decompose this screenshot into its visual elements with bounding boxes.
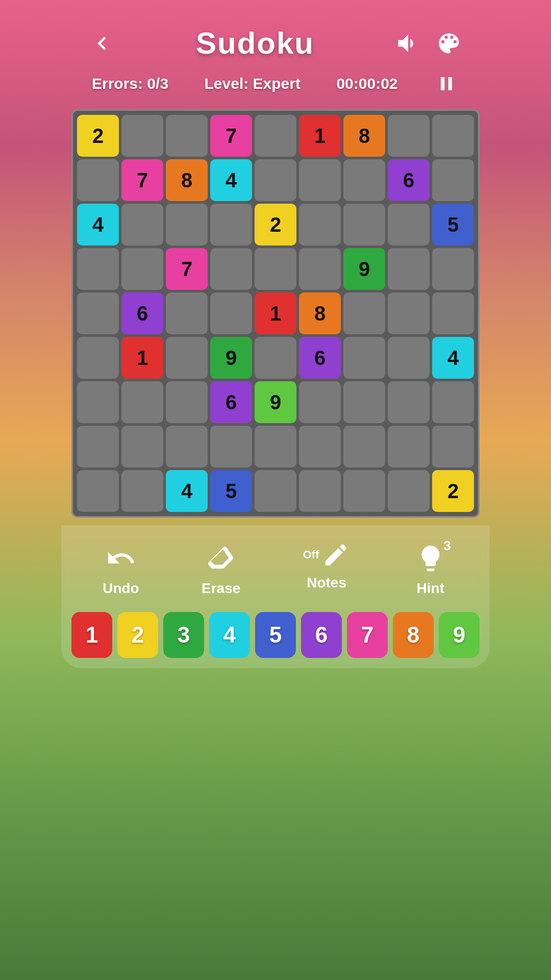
cell-3-8[interactable]	[432, 248, 474, 290]
cell-8-2[interactable]: 4	[166, 470, 208, 512]
num-btn-7[interactable]: 7	[347, 612, 388, 658]
cell-3-0[interactable]	[77, 248, 119, 290]
cell-6-7[interactable]	[388, 381, 430, 423]
cell-2-5[interactable]	[299, 204, 341, 246]
cell-0-4[interactable]	[255, 115, 296, 157]
cell-7-8[interactable]	[432, 426, 474, 468]
num-btn-5[interactable]: 5	[255, 612, 296, 658]
cell-4-2[interactable]	[166, 292, 208, 334]
cell-7-4[interactable]	[255, 426, 296, 468]
num-btn-2[interactable]: 2	[117, 612, 158, 658]
cell-3-4[interactable]	[255, 248, 296, 290]
cell-4-3[interactable]	[210, 292, 252, 334]
cell-4-6[interactable]	[343, 292, 385, 334]
cell-1-8[interactable]	[432, 159, 474, 201]
pause-button[interactable]	[434, 71, 459, 96]
cell-1-7[interactable]: 6	[388, 159, 430, 201]
cell-6-0[interactable]	[77, 381, 119, 423]
cell-2-1[interactable]	[121, 204, 163, 246]
cell-0-0[interactable]: 2	[77, 115, 119, 157]
cell-7-2[interactable]	[166, 426, 208, 468]
timer: 00:00:02	[336, 75, 397, 92]
cell-8-1[interactable]	[121, 470, 163, 512]
notes-button[interactable]: Off Notes	[303, 541, 350, 597]
cell-6-8[interactable]	[432, 381, 474, 423]
num-btn-8[interactable]: 8	[393, 612, 434, 658]
cell-0-2[interactable]	[166, 115, 208, 157]
cell-5-0[interactable]	[77, 337, 119, 379]
cell-8-3[interactable]: 5	[210, 470, 252, 512]
cell-5-6[interactable]	[343, 337, 385, 379]
cell-1-4[interactable]	[255, 159, 296, 201]
cell-5-3[interactable]: 9	[210, 337, 252, 379]
cell-4-1[interactable]: 6	[121, 292, 163, 334]
cell-4-4[interactable]: 1	[255, 292, 296, 334]
hint-button[interactable]: 3 Hint	[413, 541, 448, 597]
cell-5-8[interactable]: 4	[432, 337, 474, 379]
cell-4-7[interactable]	[388, 292, 430, 334]
cell-6-3[interactable]: 6	[210, 381, 252, 423]
num-btn-3[interactable]: 3	[163, 612, 204, 658]
cell-1-1[interactable]: 7	[121, 159, 163, 201]
cell-5-7[interactable]	[388, 337, 430, 379]
cell-4-5[interactable]: 8	[299, 292, 341, 334]
cell-4-0[interactable]	[77, 292, 119, 334]
cell-0-8[interactable]	[432, 115, 474, 157]
cell-0-3[interactable]: 7	[210, 115, 252, 157]
erase-button[interactable]: Erase	[202, 541, 240, 597]
cell-7-6[interactable]	[343, 426, 385, 468]
cell-1-6[interactable]	[343, 159, 385, 201]
cell-5-2[interactable]	[166, 337, 208, 379]
cell-1-0[interactable]	[77, 159, 119, 201]
cell-7-0[interactable]	[77, 426, 119, 468]
num-btn-6[interactable]: 6	[301, 612, 342, 658]
cell-5-4[interactable]	[255, 337, 296, 379]
cell-8-4[interactable]	[255, 470, 296, 512]
cell-3-7[interactable]	[388, 248, 430, 290]
cell-6-1[interactable]	[121, 381, 163, 423]
cell-6-5[interactable]	[299, 381, 341, 423]
sudoku-container: 2718784642579618196469452	[61, 104, 490, 523]
cell-3-2[interactable]: 7	[166, 248, 208, 290]
cell-5-1[interactable]: 1	[121, 337, 163, 379]
cell-7-7[interactable]	[388, 426, 430, 468]
cell-2-6[interactable]	[343, 204, 385, 246]
cell-2-3[interactable]	[210, 204, 252, 246]
cell-8-0[interactable]	[77, 470, 119, 512]
cell-6-2[interactable]	[166, 381, 208, 423]
cell-1-3[interactable]: 4	[210, 159, 252, 201]
sound-button[interactable]	[393, 28, 423, 59]
cell-3-1[interactable]	[121, 248, 163, 290]
cell-7-3[interactable]	[210, 426, 252, 468]
cell-2-7[interactable]	[388, 204, 430, 246]
cell-0-6[interactable]: 8	[343, 115, 385, 157]
cell-6-6[interactable]	[343, 381, 385, 423]
cell-2-0[interactable]: 4	[77, 204, 119, 246]
cell-8-8[interactable]: 2	[432, 470, 474, 512]
cell-0-7[interactable]	[388, 115, 430, 157]
back-button[interactable]	[87, 28, 117, 59]
cell-6-4[interactable]: 9	[255, 381, 296, 423]
undo-button[interactable]: Undo	[103, 541, 139, 597]
cell-5-5[interactable]: 6	[299, 337, 341, 379]
cell-0-1[interactable]	[121, 115, 163, 157]
cell-2-4[interactable]: 2	[255, 204, 296, 246]
num-btn-4[interactable]: 4	[209, 612, 250, 658]
cell-8-5[interactable]	[299, 470, 341, 512]
cell-8-6[interactable]	[343, 470, 385, 512]
cell-8-7[interactable]	[388, 470, 430, 512]
num-btn-9[interactable]: 9	[439, 612, 480, 658]
cell-2-8[interactable]: 5	[432, 204, 474, 246]
cell-7-1[interactable]	[121, 426, 163, 468]
cell-7-5[interactable]	[299, 426, 341, 468]
palette-button[interactable]	[434, 28, 464, 59]
cell-1-2[interactable]: 8	[166, 159, 208, 201]
cell-3-3[interactable]	[210, 248, 252, 290]
num-btn-1[interactable]: 1	[71, 612, 112, 658]
cell-1-5[interactable]	[299, 159, 341, 201]
cell-3-6[interactable]: 9	[343, 248, 385, 290]
cell-3-5[interactable]	[299, 248, 341, 290]
cell-4-8[interactable]	[432, 292, 474, 334]
cell-2-2[interactable]	[166, 204, 208, 246]
cell-0-5[interactable]: 1	[299, 115, 341, 157]
